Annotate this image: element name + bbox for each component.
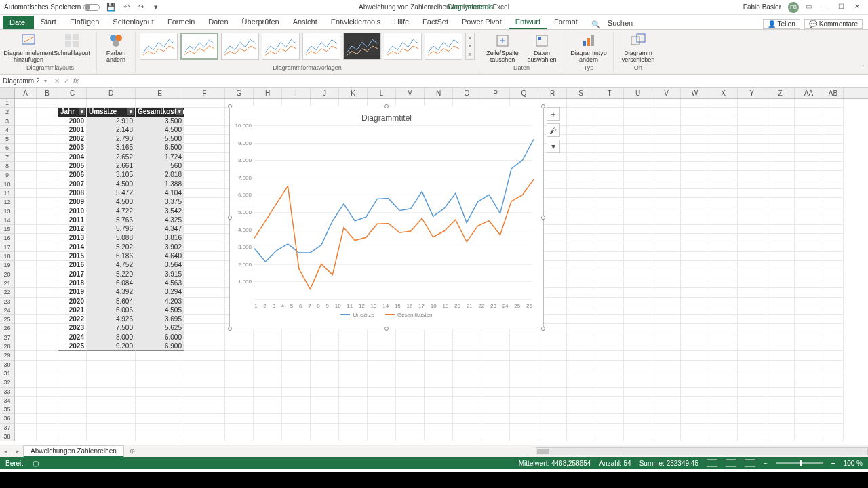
worksheet-grid[interactable]: 12Jahr▾Umsätze▾Gesamtkosten▾320002.9103.…	[0, 99, 868, 445]
table-cell[interactable]: 5.220	[87, 270, 136, 279]
table-cell[interactable]: 3.542	[136, 207, 184, 216]
row-header-34[interactable]: 34	[0, 396, 15, 405]
table-cell[interactable]: 3.500	[136, 117, 184, 126]
row-header-22[interactable]: 22	[0, 288, 15, 297]
chart-style-5[interactable]	[302, 33, 340, 60]
table-cell[interactable]: 6.006	[87, 306, 136, 315]
row-header-35[interactable]: 35	[0, 405, 15, 414]
user-name[interactable]: Fabio Basler	[743, 3, 781, 11]
tab-entwicklertools[interactable]: Entwicklertools	[324, 16, 387, 29]
row-header-14[interactable]: 14	[0, 216, 15, 225]
table-cell[interactable]: 4.203	[136, 298, 184, 306]
col-header-N[interactable]: N	[425, 88, 453, 98]
row-header-3[interactable]: 3	[0, 117, 15, 126]
table-cell[interactable]: 2021	[58, 306, 87, 315]
table-cell[interactable]: 2019	[58, 288, 87, 297]
quick-layout-button[interactable]: Schnelllayout	[52, 33, 92, 57]
table-cell[interactable]: 1.724	[136, 153, 184, 162]
chart-style-7[interactable]	[384, 33, 422, 60]
table-header[interactable]: Umsätze▾	[87, 108, 136, 117]
table-cell[interactable]: 4.563	[136, 279, 184, 288]
zoom-slider[interactable]	[776, 462, 823, 464]
zoom-level[interactable]: 100 %	[844, 460, 863, 467]
table-cell[interactable]: 4.392	[87, 288, 136, 297]
col-header-T[interactable]: T	[595, 88, 624, 98]
undo-icon[interactable]: ↶	[121, 3, 131, 12]
table-cell[interactable]: 2007	[58, 180, 87, 189]
chart-style-1[interactable]	[140, 33, 178, 60]
row-header-5[interactable]: 5	[0, 135, 15, 144]
table-cell[interactable]: 6.186	[87, 252, 136, 261]
formula-input[interactable]	[83, 75, 868, 87]
share-button[interactable]: 👤Teilen	[763, 19, 800, 29]
table-cell[interactable]: 2013	[58, 234, 87, 243]
table-cell[interactable]: 2008	[58, 189, 87, 198]
select-all-corner[interactable]	[0, 88, 15, 98]
col-header-Q[interactable]: Q	[510, 88, 538, 98]
table-cell[interactable]: 4.500	[136, 126, 184, 135]
table-cell[interactable]: 2020	[58, 298, 87, 306]
row-header-10[interactable]: 10	[0, 180, 15, 189]
table-cell[interactable]: 5.796	[87, 225, 136, 234]
sheet-nav-prev[interactable]: ◂	[0, 447, 12, 455]
maximize-icon[interactable]: ☐	[838, 3, 848, 12]
tell-me-search[interactable]: Suchen	[601, 17, 639, 29]
tab-factset[interactable]: FactSet	[416, 16, 455, 29]
row-header-33[interactable]: 33	[0, 388, 15, 396]
table-cell[interactable]: 2018	[58, 279, 87, 288]
tab-hilfe[interactable]: Hilfe	[387, 16, 416, 29]
redo-icon[interactable]: ↷	[136, 3, 146, 12]
col-header-H[interactable]: H	[254, 88, 282, 98]
chart-style-3[interactable]	[221, 33, 259, 60]
row-header-1[interactable]: 1	[0, 99, 15, 108]
switch-row-col-button[interactable]: Zeile/Spalte tauschen	[484, 33, 521, 64]
row-header-25[interactable]: 25	[0, 315, 15, 324]
table-cell[interactable]: 2.148	[87, 126, 136, 135]
col-header-F[interactable]: F	[184, 88, 225, 98]
chevron-down-icon[interactable]: ▾	[44, 78, 47, 84]
table-cell[interactable]: 2.910	[87, 117, 136, 126]
row-header-21[interactable]: 21	[0, 279, 15, 288]
table-cell[interactable]: 6.900	[136, 342, 184, 351]
table-header[interactable]: Gesamtkosten▾	[136, 108, 184, 117]
row-header-11[interactable]: 11	[0, 189, 15, 198]
view-normal-icon[interactable]	[707, 459, 717, 467]
tab-einfügen[interactable]: Einfügen	[63, 16, 106, 29]
table-cell[interactable]: 3.564	[136, 261, 184, 270]
close-icon[interactable]: ✕	[854, 3, 864, 12]
add-sheet-button[interactable]: ⊕	[124, 447, 140, 455]
chart-elements-button[interactable]: ＋	[547, 107, 560, 121]
table-cell[interactable]: 2002	[58, 135, 87, 144]
col-header-S[interactable]: S	[567, 88, 595, 98]
table-cell[interactable]: 2001	[58, 126, 87, 135]
table-cell[interactable]: 2022	[58, 315, 87, 324]
ribbon-mode-icon[interactable]: ▭	[806, 3, 815, 12]
change-colors-button[interactable]: Farben ändern	[101, 33, 131, 64]
horizontal-scrollbar[interactable]	[536, 447, 868, 455]
style-gallery-more[interactable]: ▴▾≡	[465, 33, 475, 60]
col-header-P[interactable]: P	[481, 88, 510, 98]
table-cell[interactable]: 2005	[58, 162, 87, 171]
col-header-C[interactable]: C	[58, 88, 87, 98]
view-page-layout-icon[interactable]	[726, 459, 736, 467]
col-header-J[interactable]: J	[311, 88, 339, 98]
table-cell[interactable]: 4.325	[136, 216, 184, 225]
row-header-36[interactable]: 36	[0, 414, 15, 423]
col-header-A[interactable]: A	[15, 88, 37, 98]
table-cell[interactable]: 2023	[58, 324, 87, 333]
col-header-Z[interactable]: Z	[766, 88, 795, 98]
table-cell[interactable]: 2004	[58, 153, 87, 162]
table-cell[interactable]: 2009	[58, 198, 87, 207]
table-cell[interactable]: 3.375	[136, 198, 184, 207]
col-header-E[interactable]: E	[136, 88, 184, 98]
table-cell[interactable]: 2015	[58, 252, 87, 261]
table-cell[interactable]: 2016	[58, 261, 87, 270]
row-header-4[interactable]: 4	[0, 126, 15, 135]
tab-seitenlayout[interactable]: Seitenlayout	[106, 16, 161, 29]
table-cell[interactable]: 2025	[58, 342, 87, 351]
row-header-27[interactable]: 27	[0, 333, 15, 342]
zoom-out-button[interactable]: −	[764, 460, 768, 467]
table-cell[interactable]: 2010	[58, 207, 87, 216]
table-cell[interactable]: 3.915	[136, 270, 184, 279]
table-cell[interactable]: 4.752	[87, 261, 136, 270]
